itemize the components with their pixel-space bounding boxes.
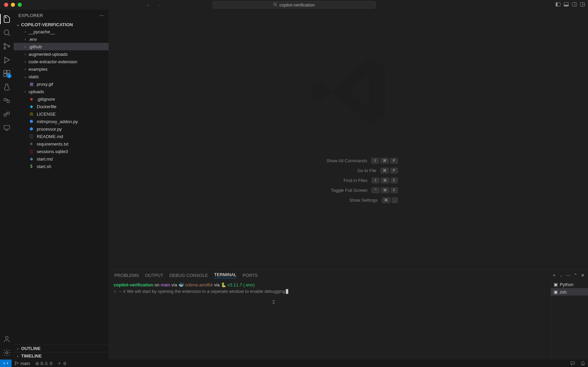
svg-point-17 bbox=[4, 62, 5, 63]
tree-folder-pycache[interactable]: ›__pycache__ bbox=[14, 28, 109, 35]
terminal-view[interactable]: copilot-verification on main via 🐳 colim… bbox=[109, 281, 551, 360]
containers2-tab[interactable] bbox=[0, 107, 14, 121]
status-branch[interactable]: main bbox=[12, 360, 33, 367]
source-control-tab[interactable] bbox=[0, 39, 14, 53]
key-cmd: ⌘ bbox=[380, 158, 389, 164]
tree-file-dockerfile[interactable]: ›◆Dockerfile bbox=[14, 103, 109, 110]
tree-folder-github[interactable]: ›.github bbox=[14, 43, 109, 50]
tree-file-license[interactable]: ›⚖LICENSE bbox=[14, 110, 109, 118]
maximize-panel-icon[interactable]: ⌃ bbox=[574, 273, 577, 278]
text-icon: ≡ bbox=[29, 141, 34, 146]
sidebar-more-icon[interactable]: ⋯ bbox=[99, 13, 104, 18]
folder-label: examples bbox=[29, 67, 48, 72]
keyboard-shortcuts: Show All Commands ⇧ ⌘ P Go to File ⌘ P F… bbox=[299, 158, 397, 203]
file-label: Dockerfile bbox=[37, 104, 56, 109]
tree-folder-static[interactable]: ⌄static bbox=[14, 73, 109, 80]
panel-more-icon[interactable]: ⋯ bbox=[566, 273, 570, 278]
tree-file-proxy[interactable]: ▦proxy.gif bbox=[14, 80, 109, 88]
traffic-lights bbox=[4, 3, 22, 7]
tree-folder-env[interactable]: ›.env bbox=[14, 35, 109, 43]
customize-layout-icon[interactable] bbox=[580, 2, 585, 8]
docker-icon: ◆ bbox=[29, 104, 34, 109]
folder-label: __pycache__ bbox=[29, 29, 55, 34]
run-debug-tab[interactable] bbox=[0, 53, 14, 67]
section-label: TIMELINE bbox=[21, 353, 42, 358]
shortcut-goto-file: Go to File ⌘ P bbox=[299, 168, 397, 173]
tree-folder-augmented[interactable]: ›augmented-uploads bbox=[14, 50, 109, 58]
tree-file-startsh[interactable]: ›$start.sh bbox=[14, 163, 109, 170]
svg-rect-6 bbox=[572, 2, 577, 6]
terminal-icon: ▣ bbox=[554, 282, 558, 287]
tab-ports[interactable]: PORTS bbox=[243, 273, 258, 278]
terminal-prompt: copilot-verification on main via 🐳 colim… bbox=[114, 282, 546, 288]
extensions-badge: 1 bbox=[7, 73, 12, 78]
svg-rect-22 bbox=[4, 99, 6, 101]
status-bar: main ⊘0 ⚠0 ᯤ0 bbox=[0, 360, 588, 367]
svg-rect-20 bbox=[4, 74, 6, 77]
shortcut-settings: Show Settings ⌘ , bbox=[299, 197, 397, 203]
tab-problems[interactable]: PROBLEMS bbox=[114, 273, 139, 278]
timeline-section[interactable]: › TIMELINE bbox=[14, 352, 109, 360]
close-panel-icon[interactable]: ✕ bbox=[581, 273, 585, 278]
svg-rect-19 bbox=[7, 70, 10, 73]
search-icon bbox=[273, 2, 277, 7]
python-icon: ⬢ bbox=[29, 127, 34, 131]
tab-output[interactable]: OUTPUT bbox=[145, 273, 163, 278]
terminal-tab-zsh[interactable]: ▣ zsh bbox=[551, 288, 588, 296]
chevron-right-icon: › bbox=[23, 60, 27, 64]
file-label: processor.py bbox=[37, 127, 62, 132]
tab-terminal[interactable]: TERMINAL bbox=[214, 272, 236, 278]
svg-point-0 bbox=[274, 3, 276, 5]
account-icon[interactable] bbox=[0, 332, 14, 346]
terminal-split-dropdown-icon[interactable]: ⌄ bbox=[560, 273, 562, 277]
tree-file-reqs[interactable]: ›≡requirements.txt bbox=[14, 140, 109, 148]
settings-icon[interactable] bbox=[0, 346, 14, 360]
chevron-down-icon: ⌄ bbox=[16, 22, 20, 27]
tree-folder-uploads[interactable]: ›uploads bbox=[14, 88, 109, 95]
tree-file-startmd[interactable]: ›◆start.md bbox=[14, 155, 109, 163]
tree-folder-examples[interactable]: ›examples bbox=[14, 65, 109, 73]
remote-indicator[interactable] bbox=[0, 360, 12, 367]
editor-area: Show All Commands ⇧ ⌘ P Go to File ⌘ P F… bbox=[109, 10, 588, 360]
terminal-tab-python[interactable]: ▣ Python bbox=[551, 281, 588, 288]
status-ports[interactable]: ᯤ0 bbox=[55, 360, 69, 367]
file-tree: ›__pycache__ ›.env ›.github ›augmented-u… bbox=[14, 28, 109, 345]
bottom-panel: PROBLEMS OUTPUT DEBUG CONSOLE TERMINAL P… bbox=[109, 269, 588, 360]
tab-debug-console[interactable]: DEBUG CONSOLE bbox=[169, 273, 208, 278]
folder-label: .env bbox=[29, 37, 37, 42]
containers-tab[interactable] bbox=[0, 94, 14, 107]
project-header[interactable]: ⌄ COPILOT-VERIFICATION bbox=[14, 21, 109, 28]
key-shift: ⇧ bbox=[371, 158, 379, 164]
svg-rect-26 bbox=[4, 126, 10, 129]
nav-back-icon[interactable]: ← bbox=[146, 2, 151, 7]
svg-rect-25 bbox=[7, 112, 9, 114]
nav-forward-icon[interactable]: → bbox=[156, 2, 161, 7]
maximize-window[interactable] bbox=[18, 3, 22, 7]
remote-explorer-tab[interactable] bbox=[0, 121, 14, 135]
explorer-tab[interactable] bbox=[0, 12, 14, 26]
section-label: OUTLINE bbox=[21, 346, 40, 351]
folder-label: uploads bbox=[29, 89, 44, 94]
outline-section[interactable]: › OUTLINE bbox=[14, 345, 109, 352]
minimize-window[interactable] bbox=[11, 3, 15, 7]
status-feedback-icon[interactable] bbox=[568, 360, 578, 367]
search-tab[interactable] bbox=[0, 26, 14, 39]
tree-file-readme[interactable]: ›ⓘREADME.md bbox=[14, 133, 109, 140]
status-problems[interactable]: ⊘0 ⚠0 bbox=[33, 360, 55, 367]
close-window[interactable] bbox=[4, 3, 8, 7]
command-center[interactable]: copilot-verification bbox=[212, 1, 376, 9]
tree-folder-extractor[interactable]: ›code-extractor-extension bbox=[14, 58, 109, 65]
tree-file-gitignore[interactable]: ›◈.gitignore bbox=[14, 95, 109, 103]
toggle-bottombar-icon[interactable] bbox=[564, 2, 569, 8]
extensions-tab[interactable]: 1 bbox=[0, 67, 14, 80]
vscode-logo-icon bbox=[308, 50, 389, 132]
tree-file-processor[interactable]: ›⬢processor.py bbox=[14, 125, 109, 133]
new-terminal-icon[interactable]: ＋ bbox=[552, 272, 556, 278]
testing-tab[interactable] bbox=[0, 80, 14, 94]
toggle-sidebar-icon[interactable] bbox=[555, 2, 561, 8]
license-icon: ⚖ bbox=[29, 112, 34, 116]
tree-file-addon[interactable]: ›⬢mitmproxy_addon.py bbox=[14, 118, 109, 125]
status-notifications-icon[interactable] bbox=[578, 360, 588, 367]
toggle-rightbar-icon[interactable] bbox=[572, 2, 577, 8]
tree-file-sessions[interactable]: ›◫sessions.sqlite3 bbox=[14, 148, 109, 155]
